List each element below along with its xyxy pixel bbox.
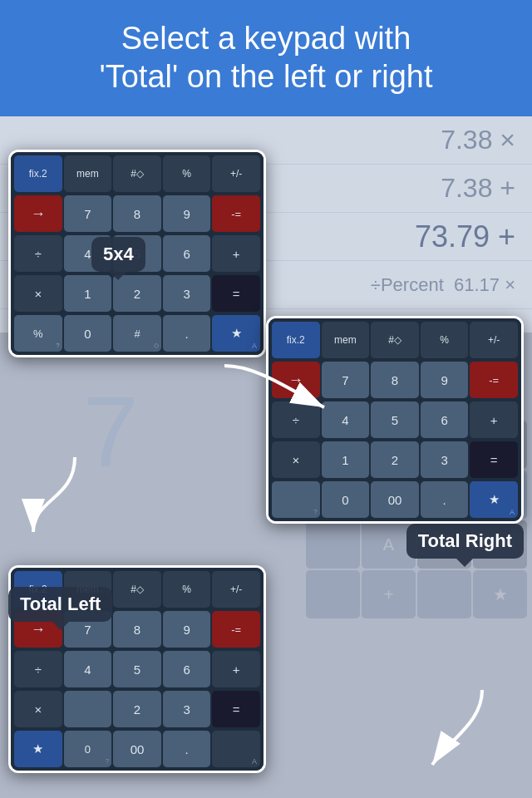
key-8-tl[interactable]: 8	[113, 195, 161, 232]
key-6-bl[interactable]: 6	[163, 651, 211, 687]
key-0-tl[interactable]: 0	[64, 315, 112, 352]
key-star-bl[interactable]: ★	[14, 731, 62, 767]
key-3-bl[interactable]: 3	[163, 691, 211, 727]
key-9-bl[interactable]: 9	[163, 611, 211, 648]
key-dot-r[interactable]: .	[421, 481, 469, 518]
key-5-r[interactable]: 5	[371, 401, 419, 438]
key-a-bl[interactable]: A	[212, 731, 260, 767]
key-2-bl[interactable]: 2	[113, 691, 161, 727]
key-dot-bl[interactable]: .	[163, 731, 211, 767]
key-mul-tl[interactable]: ×	[14, 275, 62, 312]
key-pct-bl[interactable]: %	[163, 571, 211, 608]
key-9-r[interactable]: 9	[421, 362, 469, 398]
key-eq-r[interactable]: =	[470, 441, 518, 478]
key-7-tl[interactable]: 7	[64, 195, 112, 232]
arrow-bottom-connector	[407, 682, 507, 781]
key-div-tl[interactable]: ÷	[14, 235, 62, 272]
key-mul-r[interactable]: ×	[272, 441, 320, 478]
key-5-bl[interactable]: 5	[113, 651, 161, 687]
main-area: fix.2 mem #◇ % +/- → 7 8 9 -= ÷ 4 5 6 + …	[0, 116, 532, 798]
tooltip-total-left: Total Left	[8, 587, 112, 622]
key-star-tl[interactable]: A★	[212, 315, 260, 352]
key-3-tl[interactable]: 3	[163, 275, 211, 312]
key-dot-tl[interactable]: .	[163, 315, 211, 352]
header: Select a keypad with 'Total' on the left…	[0, 0, 532, 116]
key-9-tl[interactable]: 9	[163, 195, 211, 232]
key-2-r[interactable]: 2	[371, 441, 419, 478]
key-3-r[interactable]: 3	[421, 441, 469, 478]
key-pct-top[interactable]: %	[163, 155, 211, 192]
arrow-left-connector	[8, 449, 108, 549]
tooltip-5x4: 5x4	[91, 237, 145, 272]
key-hash2-tl[interactable]: #◇	[113, 315, 161, 352]
header-text: Select a keypad with 'Total' on the left…	[99, 20, 432, 96]
key-pct-r[interactable]: %	[421, 322, 469, 358]
key-hash-bl[interactable]: #◇	[113, 571, 161, 608]
key-4-bl[interactable]: 4	[64, 651, 112, 687]
key-plusminus-r[interactable]: +/-	[470, 322, 518, 358]
tooltip-total-right: Total Right	[406, 524, 524, 559]
key-mem-top[interactable]: mem	[64, 155, 112, 192]
key-arrow-tl[interactable]: →	[14, 195, 62, 232]
key-equals-r[interactable]: -=	[470, 362, 518, 398]
key-hash-r[interactable]: #◇	[371, 322, 419, 358]
key-equals-bl[interactable]: -=	[212, 611, 260, 648]
key-eq-bl[interactable]: =	[212, 691, 260, 727]
key-eq-tl[interactable]: =	[212, 275, 260, 312]
key-fix2-top[interactable]: fix.2	[14, 155, 62, 192]
arrow-right-connector	[208, 349, 341, 432]
key-00-bl[interactable]: 00	[113, 731, 161, 767]
key-8-r[interactable]: 8	[371, 362, 419, 398]
key-e2-bl[interactable]	[64, 691, 112, 727]
key-6-tl[interactable]: 6	[163, 235, 211, 272]
key-mul-bl[interactable]: ×	[14, 691, 62, 727]
key-star-r[interactable]: A★	[470, 481, 518, 518]
key-plus-tl[interactable]: +	[212, 235, 260, 272]
key-plus-r[interactable]: +	[470, 401, 518, 438]
key-plus-bl[interactable]: +	[212, 651, 260, 687]
key-8-bl[interactable]: 8	[113, 611, 161, 648]
key-plusminus-top[interactable]: +/-	[212, 155, 260, 192]
key-equals-tl[interactable]: -=	[212, 195, 260, 232]
key-0-bl[interactable]: ?0	[64, 731, 112, 767]
key-q-r[interactable]: ?	[272, 481, 320, 518]
key-1-r[interactable]: 1	[322, 441, 370, 478]
key-pct2-tl[interactable]: %?	[14, 315, 62, 352]
key-00-r[interactable]: 00	[371, 481, 419, 518]
key-0-r[interactable]: 0	[322, 481, 370, 518]
key-div-bl[interactable]: ÷	[14, 651, 62, 687]
key-6-r[interactable]: 6	[421, 401, 469, 438]
key-plusminus-bl[interactable]: +/-	[212, 571, 260, 608]
key-2-tl[interactable]: 2	[113, 275, 161, 312]
key-hash-top[interactable]: #◇	[113, 155, 161, 192]
key-1-tl[interactable]: 1	[64, 275, 112, 312]
